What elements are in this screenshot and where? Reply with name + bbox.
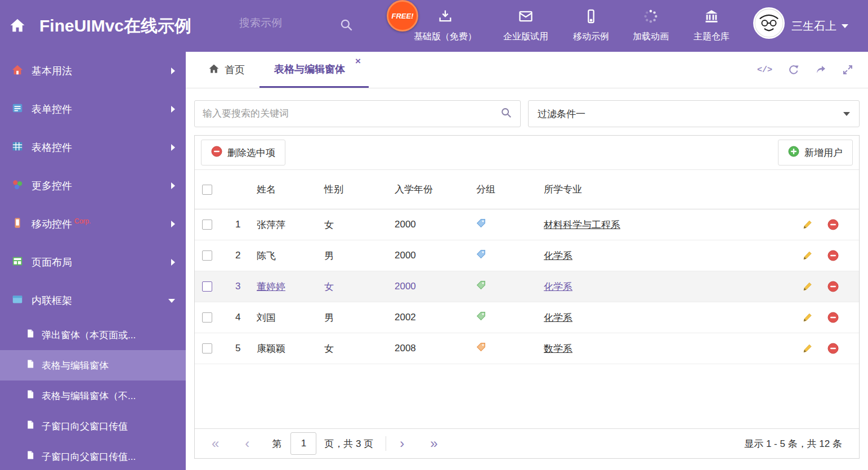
row-checkbox[interactable]: [202, 343, 212, 353]
chevron-right-icon: [170, 182, 176, 190]
nav-mobile-demo[interactable]: 移动示例: [561, 8, 621, 43]
cell-year: 2000: [392, 250, 474, 261]
edit-icon[interactable]: [802, 250, 813, 261]
column-header-major[interactable]: 所学专业: [542, 183, 790, 196]
search-icon[interactable]: [339, 17, 354, 34]
delete-row-icon[interactable]: [827, 250, 839, 261]
search-icon[interactable]: [500, 106, 512, 121]
nav-theme-repo[interactable]: 主题仓库: [680, 8, 743, 43]
sidebar-subitem-label: 子窗口向父窗口传值...: [42, 450, 136, 463]
table-row[interactable]: 3 董婷婷 女 2000 化学系: [195, 271, 859, 302]
tab-grid-edit-window[interactable]: 表格与编辑窗体 ×: [259, 52, 369, 88]
select-all-checkbox[interactable]: [202, 185, 212, 195]
sidebar-item-grid-controls[interactable]: 表格控件: [0, 128, 186, 167]
keyword-search-box[interactable]: [194, 100, 521, 127]
plus-circle-icon: [788, 146, 799, 160]
sidebar-item-page-layout[interactable]: 页面布局: [0, 243, 186, 281]
sidebar-item-label: 更多控件: [32, 179, 72, 193]
sidebar-subitem-grid-edit-window[interactable]: 表格与编辑窗体: [0, 350, 186, 381]
filter-row: 过滤条件一: [194, 100, 860, 127]
source-code-icon[interactable]: </>: [757, 65, 772, 75]
sidebar-item-mobile-controls[interactable]: 移动控件Corp.: [0, 205, 186, 243]
page-number-input[interactable]: [290, 432, 316, 455]
column-header-gender[interactable]: 性别: [322, 183, 392, 196]
home-colored-icon: [11, 64, 24, 79]
cell-name: 刘国: [254, 311, 322, 324]
cell-gender: 女: [322, 218, 392, 231]
sidebar-subitem-grid-edit-window-2[interactable]: 表格与编辑窗体（不...: [0, 381, 186, 411]
tab-close-icon[interactable]: ×: [355, 56, 361, 66]
prev-page-button[interactable]: ‹: [245, 437, 249, 450]
expand-icon[interactable]: [842, 64, 853, 75]
column-header-group[interactable]: 分组: [474, 183, 542, 196]
refresh-icon[interactable]: [788, 64, 799, 75]
row-checkbox[interactable]: [202, 250, 212, 261]
row-checkbox[interactable]: [202, 220, 212, 230]
sidebar-subitem-child-to-parent[interactable]: 子窗口向父窗口传值: [0, 411, 186, 441]
nav-enterprise-trial[interactable]: 企业版试用: [494, 8, 557, 43]
chevron-right-icon: [170, 105, 176, 113]
chevron-right-icon: [170, 144, 176, 151]
edit-icon[interactable]: [802, 312, 813, 323]
record-summary: 显示 1 - 5 条，共 12 条: [744, 437, 842, 450]
table-row[interactable]: 4 刘国 男 2002 化学系: [195, 302, 859, 333]
column-header-name[interactable]: 姓名: [254, 183, 322, 196]
header-search[interactable]: [239, 17, 332, 29]
avatar[interactable]: [753, 7, 785, 39]
caret-down-icon: [843, 112, 850, 116]
delete-row-icon[interactable]: [827, 281, 839, 292]
last-page-button[interactable]: »: [430, 437, 437, 450]
edit-icon[interactable]: [802, 281, 813, 292]
sidebar-item-label: 移动控件Corp.: [32, 217, 91, 231]
row-checkbox[interactable]: [202, 281, 212, 292]
column-header-year[interactable]: 入学年份: [392, 183, 474, 196]
table-row[interactable]: 1 张萍萍 女 2000 材料科学与工程系: [195, 209, 859, 240]
user-menu[interactable]: 三生石上: [791, 0, 848, 52]
major-link[interactable]: 数学系: [544, 343, 572, 354]
nav-label: 移动示例: [573, 31, 609, 43]
nav-basic-free[interactable]: 基础版（免费）: [411, 8, 480, 43]
tag-icon: [476, 280, 486, 293]
major-link[interactable]: 化学系: [544, 312, 572, 323]
sidebar-item-label: 表单控件: [32, 102, 72, 116]
keyword-search-input[interactable]: [203, 108, 500, 119]
home-tab-icon: [208, 63, 220, 77]
delete-row-icon[interactable]: [827, 343, 839, 354]
filter-dropdown[interactable]: 过滤条件一: [528, 100, 860, 127]
home-icon[interactable]: [9, 17, 26, 36]
nav-loading-animation[interactable]: 加载动画: [620, 8, 681, 43]
delete-selected-button[interactable]: 删除选中项: [201, 140, 285, 165]
major-link[interactable]: 化学系: [544, 250, 572, 261]
first-page-button[interactable]: «: [212, 437, 219, 450]
share-icon[interactable]: [815, 64, 826, 75]
table-row[interactable]: 2 陈飞 男 2000 化学系: [195, 240, 859, 271]
sidebar-item-basic-usage[interactable]: 基本用法: [0, 52, 186, 90]
row-number: 4: [220, 312, 254, 323]
sidebar-subitem-popup-window[interactable]: 弹出窗体（本页面或...: [0, 320, 186, 350]
tab-home[interactable]: 首页: [194, 52, 259, 88]
chevron-right-icon: [170, 258, 176, 266]
major-link[interactable]: 材料科学与工程系: [544, 220, 620, 230]
grid-toolbar: 删除选中项 新增用户: [195, 136, 859, 170]
cell-name: 陈飞: [254, 249, 322, 262]
sidebar-item-inline-frame[interactable]: 内联框架: [0, 281, 186, 320]
row-checkbox[interactable]: [202, 312, 212, 323]
download-icon: [437, 8, 453, 26]
major-link[interactable]: 化学系: [544, 281, 572, 292]
table-row[interactable]: 5 康颖颖 女 2008 数学系: [195, 333, 859, 364]
main-panel: 首页 表格与编辑窗体 × </>: [186, 52, 868, 470]
sidebar-subitem-label: 弹出窗体（本页面或...: [42, 329, 136, 342]
sidebar-item-form-controls[interactable]: 表单控件: [0, 90, 186, 128]
add-user-button[interactable]: 新增用户: [778, 140, 853, 165]
delete-row-icon[interactable]: [827, 219, 839, 230]
edit-icon[interactable]: [802, 343, 813, 354]
tag-icon: [476, 249, 486, 262]
delete-row-icon[interactable]: [827, 312, 839, 323]
next-page-button[interactable]: ›: [400, 437, 404, 450]
sidebar-subitem-child-to-parent-2[interactable]: 子窗口向父窗口传值...: [0, 441, 186, 470]
edit-icon[interactable]: [802, 220, 813, 230]
table-empty-area: [195, 364, 859, 428]
sidebar-item-more-controls[interactable]: 更多控件: [0, 167, 186, 205]
sidebar-subitem-label: 表格与编辑窗体（不...: [42, 390, 136, 402]
header-search-input[interactable]: [239, 17, 332, 29]
